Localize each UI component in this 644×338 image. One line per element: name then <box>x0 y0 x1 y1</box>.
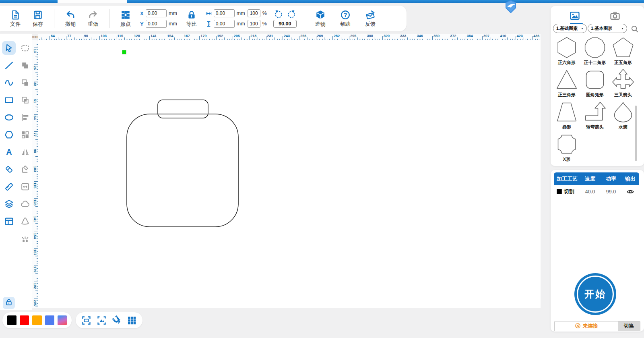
output-visibility-toggle[interactable] <box>621 188 639 196</box>
mirror-tool[interactable] <box>18 145 32 159</box>
shape-item-dodecagon[interactable]: 正十二角形 <box>581 36 609 68</box>
shape-item-rounded-rect[interactable]: 圆角矩形 <box>581 68 609 101</box>
shape-item-turn-arrow[interactable]: 转弯箭头 <box>581 101 609 133</box>
color-swatch-000000[interactable] <box>7 315 17 325</box>
grid-tool[interactable] <box>126 315 137 326</box>
ruler-tick <box>34 98 38 98</box>
x-label: X <box>140 10 146 17</box>
shape-grid-scrollbar[interactable] <box>635 106 637 161</box>
marquee-tool[interactable] <box>18 41 32 55</box>
undo-label: 撤销 <box>65 21 76 28</box>
height-percent-input[interactable] <box>248 20 260 28</box>
fit-view-tool[interactable] <box>96 315 107 326</box>
rotation-input[interactable] <box>273 20 297 28</box>
subtract-tool[interactable] <box>18 76 32 89</box>
x-input[interactable] <box>146 9 167 17</box>
shape-item-triangle[interactable]: 正三角形 <box>553 68 581 101</box>
align-tool[interactable] <box>18 110 32 124</box>
intersect-tool[interactable] <box>18 93 32 107</box>
category-dropdown[interactable]: 1.基础图案 ▼ <box>553 24 587 33</box>
file-button[interactable]: 文件 <box>4 10 27 28</box>
ruler-tick <box>391 37 391 40</box>
switch-device-button[interactable]: 切换 <box>618 321 640 331</box>
shape-item-water-drop[interactable]: 水滴 <box>609 101 637 133</box>
ellipse-tool[interactable] <box>2 110 16 124</box>
center-tool[interactable] <box>18 180 32 193</box>
redo-button[interactable]: 重做 <box>82 10 104 28</box>
ruler-tick <box>332 36 333 40</box>
explode-tool[interactable] <box>18 232 32 245</box>
connection-status[interactable]: 未连接 <box>555 321 618 331</box>
select-tool[interactable] <box>2 41 16 55</box>
process-table-row[interactable]: 切割 40.0 99.0 <box>554 185 639 198</box>
origin-button[interactable]: 原点 <box>114 10 137 28</box>
shape-item-three-way-arrow[interactable]: 三叉箭头 <box>609 68 637 101</box>
color-swatch-gradient[interactable] <box>58 315 67 325</box>
canvas-lock-button[interactable] <box>3 297 15 309</box>
save-label: 保存 <box>33 21 43 28</box>
layout-tool[interactable] <box>2 214 16 228</box>
browser-strip <box>0 0 644 3</box>
help-button[interactable]: ? 帮助 <box>334 10 357 28</box>
eraser-tool[interactable] <box>2 162 16 176</box>
union-tool[interactable] <box>18 58 32 72</box>
y-input[interactable] <box>146 20 167 28</box>
tab-gallery-icon[interactable] <box>569 10 580 21</box>
svg-text:A: A <box>6 147 12 156</box>
cloud-tool[interactable] <box>18 197 32 211</box>
color-swatch-ffaa00[interactable] <box>32 315 41 325</box>
design-canvas[interactable] <box>38 40 541 308</box>
layer-color-swatch[interactable] <box>557 189 562 194</box>
rotate-cw-button[interactable] <box>287 9 296 19</box>
tab-camera-icon[interactable] <box>609 10 621 21</box>
node-edit-tool[interactable] <box>18 162 32 176</box>
shape-label: X形 <box>553 156 581 162</box>
ruler-label: 372 <box>450 34 456 38</box>
ruler-label: 141 <box>151 34 157 38</box>
ruler-tick <box>233 36 233 40</box>
snap-tool[interactable] <box>111 315 122 326</box>
bottle-outline-drawing[interactable] <box>121 95 242 230</box>
create-button[interactable]: 造物 <box>309 10 332 28</box>
arrange-tool[interactable] <box>18 128 32 141</box>
trace-tool[interactable] <box>18 214 32 228</box>
ruler-tick <box>424 37 424 40</box>
rotation-group <box>273 9 297 28</box>
start-button[interactable]: 开始 <box>574 273 616 315</box>
subcategory-dropdown[interactable]: 1.基本图形 ▼ <box>588 24 627 33</box>
text-tool[interactable]: A <box>2 145 16 159</box>
ruler-tick <box>341 37 341 40</box>
color-swatch-4f7cf0[interactable] <box>45 315 54 325</box>
save-button[interactable]: 保存 <box>27 10 49 28</box>
selection-anchor-handle[interactable] <box>122 50 126 54</box>
save-icon <box>33 10 43 20</box>
curve-tool[interactable] <box>2 76 16 89</box>
shape-label: 水滴 <box>609 124 637 130</box>
ruler-tick <box>34 131 38 132</box>
undo-button[interactable]: 撤销 <box>59 10 82 28</box>
layers-tool[interactable] <box>2 197 16 211</box>
width-percent-input[interactable] <box>248 9 260 17</box>
measure-tool[interactable] <box>2 180 16 193</box>
ruler-label: 90 <box>84 34 88 38</box>
line-tool[interactable] <box>2 58 16 72</box>
rectangle-tool[interactable] <box>2 93 16 107</box>
shape-item-hexagon[interactable]: 正六角形 <box>553 36 581 68</box>
feedback-button[interactable]: 反馈 <box>359 10 382 28</box>
shape-item-pentagon[interactable]: 正五角形 <box>609 36 637 68</box>
shape-item-x-shape[interactable]: X形 <box>553 133 581 165</box>
polygon-tool[interactable] <box>2 128 16 141</box>
rotate-ccw-button[interactable] <box>274 9 283 19</box>
color-swatch-ff0000[interactable] <box>20 315 29 325</box>
y-label: Y <box>140 21 146 27</box>
category-dropdown-value: 1.基础图案 <box>556 25 578 31</box>
search-icon[interactable] <box>630 25 639 33</box>
width-input[interactable] <box>214 9 235 17</box>
toolbar-divider <box>304 9 304 28</box>
app-logo-badge-icon[interactable] <box>502 0 520 14</box>
shape-label: 三叉箭头 <box>609 92 637 98</box>
ratio-lock-button[interactable]: 等比 <box>181 10 202 28</box>
frame-tool[interactable] <box>81 315 92 326</box>
shape-item-trapezoid[interactable]: 梯形 <box>553 101 581 133</box>
height-input[interactable] <box>214 20 235 28</box>
